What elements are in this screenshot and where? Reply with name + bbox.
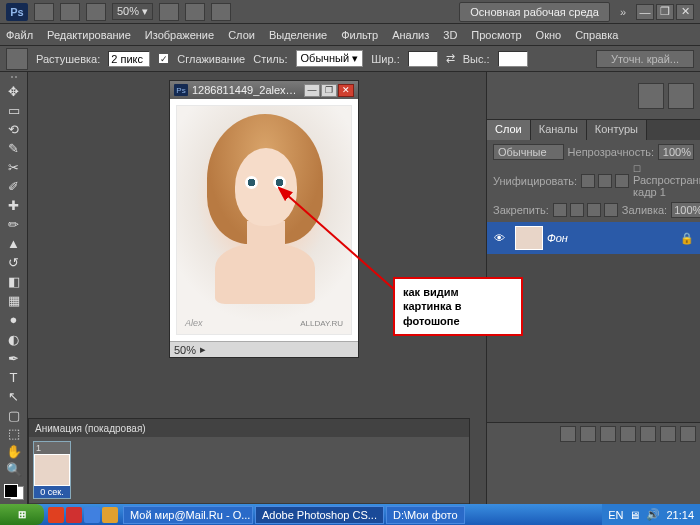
visibility-icon[interactable]: 👁 [487, 232, 511, 244]
doc-zoom-text[interactable]: 50% [174, 344, 196, 356]
ql-icon-2[interactable] [66, 507, 82, 523]
task-button[interactable]: Adobe Photoshop CS... [255, 506, 384, 524]
unify-vis-icon[interactable] [598, 174, 612, 188]
frame-duration[interactable]: 0 сек. [34, 486, 70, 498]
eyedropper-tool[interactable]: ✐ [3, 179, 25, 195]
color-swatch[interactable] [4, 484, 24, 500]
start-button[interactable]: ⊞ [0, 504, 44, 525]
lasso-tool[interactable]: ⟲ [3, 122, 25, 138]
clock[interactable]: 21:14 [666, 509, 694, 521]
menu-file[interactable]: Файл [6, 29, 33, 41]
link-layers-icon[interactable] [560, 426, 576, 442]
dodge-tool[interactable]: ◐ [3, 331, 25, 347]
language-indicator[interactable]: EN [608, 509, 623, 521]
fg-color-icon[interactable] [4, 484, 18, 498]
layer-name[interactable]: Фон [547, 232, 680, 244]
marquee-tool[interactable]: ▭ [3, 103, 25, 119]
history-brush-tool[interactable]: ↺ [3, 255, 25, 271]
arrange-button[interactable] [185, 3, 205, 21]
drawer-icon-1[interactable] [638, 83, 664, 109]
group-icon[interactable] [640, 426, 656, 442]
tray-icon[interactable]: 🖥 [629, 509, 640, 521]
lock-all-icon[interactable] [604, 203, 618, 217]
menu-image[interactable]: Изображение [145, 29, 214, 41]
gradient-tool[interactable]: ▦ [3, 293, 25, 309]
new-layer-icon[interactable] [660, 426, 676, 442]
tab-channels[interactable]: Каналы [531, 120, 587, 140]
chevron-right-icon[interactable]: » [616, 6, 630, 18]
doc-maximize-button[interactable]: ❐ [321, 84, 337, 97]
hand-tool[interactable]: ✋ [3, 444, 25, 459]
eraser-tool[interactable]: ◧ [3, 274, 25, 290]
animation-panel-title[interactable]: Анимация (покадровая) [29, 419, 469, 437]
type-tool[interactable]: T [3, 369, 25, 385]
doc-close-button[interactable]: ✕ [338, 84, 354, 97]
tab-paths[interactable]: Контуры [587, 120, 647, 140]
view-extras-button[interactable] [86, 3, 106, 21]
current-tool-icon[interactable] [6, 48, 28, 70]
lock-trans-icon[interactable] [553, 203, 567, 217]
layer-thumbnail[interactable] [515, 226, 543, 250]
mini-bridge-button[interactable] [60, 3, 80, 21]
quick-select-tool[interactable]: ✎ [3, 141, 25, 157]
height-input[interactable] [498, 51, 528, 67]
bridge-button[interactable] [34, 3, 54, 21]
tray-icon[interactable]: 🔊 [646, 508, 660, 521]
3d-tool[interactable]: ⬚ [3, 426, 25, 441]
menu-help[interactable]: Справка [575, 29, 618, 41]
maximize-button[interactable]: ❐ [656, 4, 674, 20]
layer-row[interactable]: 👁 Фон 🔒 [487, 222, 700, 254]
document-titlebar[interactable]: Ps 1286811449_2alexwert... — ❐ ✕ [170, 81, 358, 99]
frame-thumbnail[interactable] [34, 454, 70, 486]
feather-input[interactable] [108, 51, 150, 67]
stamp-tool[interactable]: ▲ [3, 236, 25, 252]
lock-image-icon[interactable] [570, 203, 584, 217]
hand-button[interactable] [159, 3, 179, 21]
menu-edit[interactable]: Редактирование [47, 29, 131, 41]
refine-edge-button[interactable]: Уточн. край... [596, 50, 694, 68]
shape-tool[interactable]: ▢ [3, 407, 25, 423]
blend-mode-select[interactable]: Обычные [493, 144, 564, 160]
blur-tool[interactable]: ● [3, 312, 25, 328]
fill-input[interactable]: 100% [671, 202, 700, 218]
doc-minimize-button[interactable]: — [304, 84, 320, 97]
task-button[interactable]: D:\Мои фото [386, 506, 465, 524]
animation-frame[interactable]: 1 0 сек. [33, 441, 71, 499]
panel-grip-icon[interactable] [4, 76, 24, 81]
menu-analysis[interactable]: Анализ [392, 29, 429, 41]
zoom-select[interactable]: 50% ▾ [112, 3, 153, 20]
menu-window[interactable]: Окно [536, 29, 562, 41]
minimize-button[interactable]: — [636, 4, 654, 20]
ql-icon-3[interactable] [84, 507, 100, 523]
menu-view[interactable]: Просмотр [471, 29, 521, 41]
move-tool[interactable]: ✥ [3, 84, 25, 100]
menu-filter[interactable]: Фильтр [341, 29, 378, 41]
ql-icon-1[interactable] [48, 507, 64, 523]
unify-style-icon[interactable] [615, 174, 629, 188]
delete-layer-icon[interactable] [680, 426, 696, 442]
screen-mode-button[interactable] [211, 3, 231, 21]
propagate-checkbox-label[interactable]: ☐ Распространить кадр 1 [633, 164, 700, 198]
unify-pos-icon[interactable] [581, 174, 595, 188]
healing-tool[interactable]: ✚ [3, 198, 25, 214]
workspace-switcher[interactable]: Основная рабочая среда [459, 2, 610, 22]
antialias-checkbox[interactable]: ✓ [158, 53, 169, 64]
tab-layers[interactable]: Слои [487, 120, 531, 140]
swap-wh-icon[interactable]: ⇄ [446, 52, 455, 65]
task-button[interactable]: Мой мир@Mail.Ru - O... [123, 506, 253, 524]
menu-select[interactable]: Выделение [269, 29, 327, 41]
layer-fx-icon[interactable] [580, 426, 596, 442]
opacity-input[interactable]: 100% [658, 144, 694, 160]
brush-tool[interactable]: ✏ [3, 217, 25, 233]
width-input[interactable] [408, 51, 438, 67]
path-select-tool[interactable]: ↖ [3, 388, 25, 404]
zoom-tool[interactable]: 🔍 [3, 462, 25, 477]
style-select[interactable]: Обычный ▾ [296, 50, 364, 67]
crop-tool[interactable]: ✂ [3, 160, 25, 176]
menu-layer[interactable]: Слои [228, 29, 255, 41]
adjustment-layer-icon[interactable] [620, 426, 636, 442]
close-button[interactable]: ✕ [676, 4, 694, 20]
ql-icon-4[interactable] [102, 507, 118, 523]
menu-3d[interactable]: 3D [443, 29, 457, 41]
pen-tool[interactable]: ✒ [3, 350, 25, 366]
